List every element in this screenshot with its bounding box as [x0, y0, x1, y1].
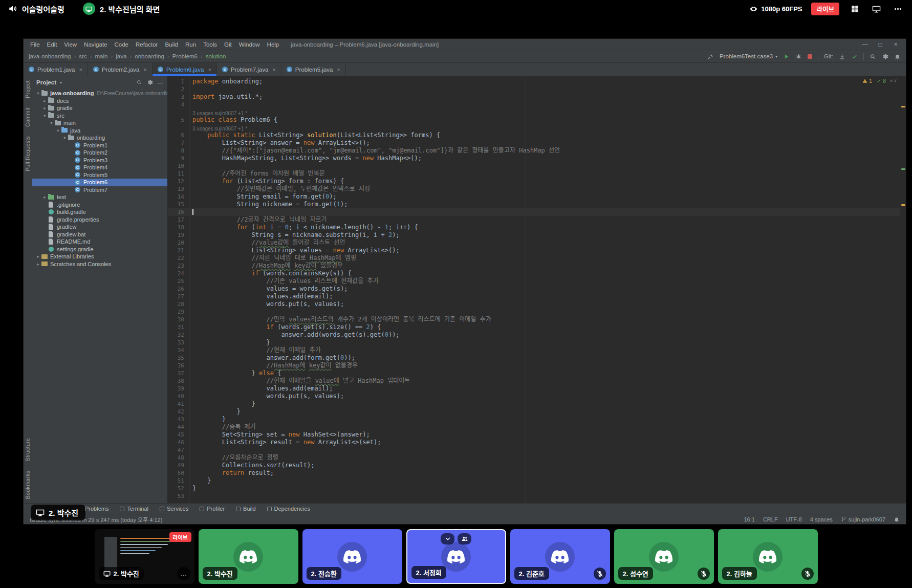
participant-tile-2. 성수연[interactable]: 2. 성수연 — [614, 529, 714, 584]
participant-tile-2. 박수진[interactable]: 2. 박수진 — [199, 529, 298, 584]
tree-chevron[interactable]: ▸ — [42, 98, 48, 103]
close-tab-icon[interactable]: × — [143, 67, 146, 73]
project-panel-title[interactable]: Project — [36, 79, 56, 85]
close-button[interactable]: × — [888, 41, 903, 48]
tab-Problem6.java[interactable]: cProblem6.java× — [153, 63, 217, 76]
tree-item-Problem7[interactable]: CProblem7 — [32, 186, 167, 194]
code-line[interactable]: 32 answer.add(words.get(s).get(0)); — [168, 331, 900, 339]
tree-item-gradlew[interactable]: gradlew — [32, 223, 167, 231]
run-config-select[interactable]: Problem6Test.case3▾ — [720, 53, 777, 59]
inspection-widget[interactable]: 1 8 ˄ ˅ — [862, 78, 897, 84]
stop-button[interactable] — [808, 54, 812, 59]
toolwindow-build[interactable]: Build — [236, 506, 255, 512]
participant-tile-2. 김준호[interactable]: 2. 김준호 — [510, 529, 610, 584]
menu-edit[interactable]: Edit — [44, 39, 61, 50]
code-line[interactable]: 27 values.add(email); — [168, 293, 900, 300]
code-line[interactable]: 5public class Problem6 { — [168, 116, 900, 124]
code-line[interactable]: 33 } — [168, 339, 900, 346]
close-tab-icon[interactable]: × — [208, 67, 211, 73]
more-options-button[interactable] — [892, 3, 904, 15]
tree-chevron[interactable]: ▾ — [42, 113, 48, 118]
status-bell-icon[interactable] — [894, 516, 900, 522]
tab-Problem5.java[interactable]: cProblem5.java× — [281, 63, 346, 76]
tree-item-onboarding[interactable]: ▾onboarding — [32, 134, 167, 142]
menu-navigate[interactable]: Navigate — [80, 39, 111, 50]
tree-item-Problem6[interactable]: CProblem6 — [32, 179, 167, 186]
code-line[interactable]: 43 } — [168, 416, 900, 423]
tree-item-test[interactable]: ▸test — [32, 193, 167, 201]
code-line[interactable]: 4 — [168, 101, 900, 108]
code-line[interactable]: 10 — [168, 162, 900, 170]
maximize-button[interactable]: □ — [873, 41, 887, 48]
tool-strip-project[interactable]: Project — [25, 80, 31, 98]
participants-button[interactable] — [458, 533, 471, 545]
close-tab-icon[interactable]: × — [337, 67, 340, 73]
menu-file[interactable]: File — [27, 39, 44, 50]
code-line[interactable]: 21 List<String> values = new ArrayList<>… — [168, 247, 900, 254]
tree-chevron[interactable]: ▸ — [42, 105, 48, 111]
minimize-button[interactable]: — — [858, 41, 872, 48]
tree-item-External Libraries[interactable]: ▸External Libraries — [32, 253, 167, 260]
code-line[interactable]: 18 for (int i = 0; i < nickname.length()… — [168, 224, 900, 231]
usages-inlay[interactable]: 3 usages sujin0607 +1 * — [192, 108, 247, 116]
code-line[interactable]: 49 Collections.sort(result); — [168, 462, 900, 469]
prev-next-arrows[interactable]: ˄ ˅ — [890, 78, 897, 83]
debug-button[interactable] — [795, 53, 802, 60]
breadcrumb-item[interactable]: java-onboarding — [29, 53, 71, 59]
tree-item-Problem2[interactable]: CProblem2 — [32, 149, 167, 157]
tree-item-README.md[interactable]: README.md — [32, 238, 167, 246]
close-tab-icon[interactable]: × — [79, 67, 82, 73]
collapse-button[interactable] — [441, 533, 454, 545]
tool-strip-structure[interactable]: Structure — [25, 438, 31, 461]
code-line[interactable]: 1package onboarding; — [168, 78, 900, 85]
tree-item-gradle.properties[interactable]: gradle.properties — [32, 216, 167, 224]
code-line[interactable]: 35 answer.add(form.get(0)); — [168, 354, 900, 362]
menu-window[interactable]: Window — [235, 39, 264, 50]
menu-tools[interactable]: Tools — [200, 39, 221, 50]
tree-chevron[interactable]: ▾ — [55, 128, 61, 133]
tree-chevron[interactable]: ▾ — [49, 120, 54, 125]
toolwindow-profiler[interactable]: Profiler — [200, 506, 225, 512]
code-line[interactable]: 20 //value값에 들어갈 리스트 선언 — [168, 239, 900, 247]
code-editor[interactable]: 1package onboarding;23import java.util.*… — [168, 76, 906, 503]
code-line[interactable]: 15 String nickname = form.get(1); — [168, 201, 900, 208]
participant-tile-2. 전승환[interactable]: 2. 전승환 — [302, 529, 402, 584]
breadcrumb-item[interactable]: onboarding — [135, 53, 164, 59]
tree-item-Problem4[interactable]: CProblem4 — [32, 164, 167, 171]
participant-tile-2. 김하늘[interactable]: 2. 김하늘 — [718, 529, 818, 584]
code-line[interactable]: 31 if (words.get(s).size() == 2) { — [168, 323, 900, 331]
tab-Problem1.java[interactable]: cProblem1.java× — [24, 63, 88, 76]
code-line[interactable]: 23 //HashMap에 key값이 있을경우 — [168, 262, 900, 270]
tab-Problem2.java[interactable]: cProblem2.java× — [88, 63, 153, 76]
breadcrumb-item[interactable]: src — [79, 53, 86, 59]
code-line[interactable]: 16 — [168, 208, 900, 216]
breadcrumb-item[interactable]: main — [95, 53, 108, 59]
code-line[interactable]: 42 } — [168, 408, 900, 416]
grid-view-button[interactable] — [849, 3, 861, 15]
search-icon[interactable] — [870, 53, 876, 60]
code-line[interactable]: 46 List<String> result = new ArrayList<>… — [168, 439, 900, 446]
toolwindow-dependencies[interactable]: Dependencies — [267, 506, 310, 512]
code-line[interactable]: 37 } else { — [168, 369, 900, 377]
code-line[interactable]: 47 — [168, 446, 900, 454]
participant-tile-2. 서정희[interactable]: 2. 서정희 — [406, 529, 506, 584]
code-line[interactable]: 53 — [168, 492, 900, 500]
code-line[interactable]: 51 } — [168, 477, 900, 485]
tree-item-Problem3[interactable]: CProblem3 — [32, 157, 167, 164]
settings-gear-icon[interactable] — [882, 53, 888, 60]
tool-strip-pull-requests[interactable]: Pull Requests — [25, 136, 31, 171]
tree-item-Problem1[interactable]: CProblem1 — [32, 142, 167, 149]
code-line[interactable]: 6 public static List<String> solution(Li… — [168, 132, 900, 139]
tree-item-build.gradle[interactable]: build.gradle — [32, 208, 167, 216]
tool-strip-commit[interactable]: Commit — [25, 107, 31, 127]
git-update-icon[interactable] — [839, 53, 845, 60]
code-line[interactable]: 36 //HashMap에 key값이 없을경우 — [168, 362, 900, 369]
hide-panel-icon[interactable]: — — [158, 79, 164, 85]
code-line[interactable]: 25 //기존 values 리스트에 현재값을 추가 — [168, 277, 900, 285]
code-line[interactable]: 30 //만약 values리스트의 개수가 2개 이상이라면 중복 리스트에 … — [168, 316, 900, 323]
tree-chevron[interactable]: ▾ — [35, 91, 41, 96]
git-commit-icon[interactable] — [851, 53, 858, 60]
tree-chevron[interactable]: ▸ — [35, 254, 41, 259]
screenshare-tile-2. 박수진[interactable]: 라이브2. 박수진… — [95, 529, 194, 584]
code-line[interactable]: 7 List<String> answer = new ArrayList<>(… — [168, 139, 900, 147]
